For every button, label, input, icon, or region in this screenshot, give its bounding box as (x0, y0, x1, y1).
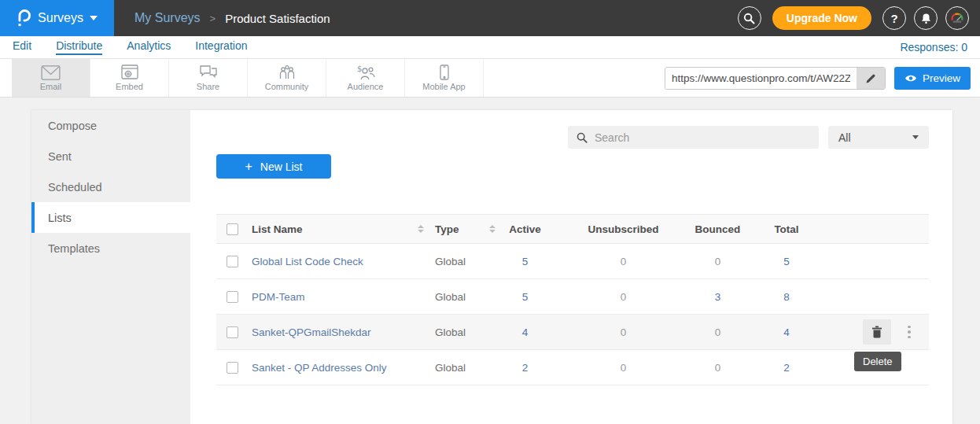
edit-url-button[interactable] (857, 68, 885, 89)
unsubscribed-count[interactable]: 0 (621, 362, 627, 374)
list-type: Global (435, 256, 466, 267)
toolbar-item-mobile-app[interactable]: Mobile App (405, 59, 484, 97)
row-checkbox[interactable] (227, 362, 238, 374)
toolbar-item-label: Email (40, 82, 62, 91)
sort-type-icon[interactable] (489, 225, 496, 233)
chat-bubbles-icon (199, 65, 218, 80)
toolbar-item-label: Mobile App (422, 82, 465, 91)
new-list-button[interactable]: + New List (216, 154, 331, 179)
people-group-icon (278, 65, 297, 80)
table-row-hovered: Sanket-QPGmailShekdar Global 4 0 0 4 (216, 315, 929, 350)
table-row: Sanket - QP Addresses Only Global 2 0 0 … (216, 350, 929, 385)
active-count-link[interactable]: 2 (522, 362, 529, 374)
list-search-box (568, 126, 819, 149)
tab-analytics[interactable]: Analytics (127, 39, 171, 55)
toolbar-item-audience[interactable]: $ Audience (326, 59, 405, 97)
unsubscribed-count[interactable]: 0 (621, 291, 627, 303)
row-checkbox[interactable] (227, 326, 238, 338)
plus-icon: + (245, 160, 252, 174)
list-type: Global (435, 362, 466, 374)
sidebar-item-sent[interactable]: Sent (31, 141, 190, 171)
bounced-count[interactable]: 0 (715, 362, 721, 374)
total-count-link[interactable]: 5 (783, 256, 790, 267)
list-name-link[interactable]: Sanket-QPGmailShekdar (252, 326, 371, 338)
tab-integration[interactable]: Integration (195, 39, 247, 55)
email-lists-table: List Name Type Active Unsubscribed Bounc… (216, 214, 929, 385)
survey-url-field (665, 67, 886, 90)
table-row: PDM-Team Global 5 0 3 8 (216, 279, 929, 315)
preview-label: Preview (923, 72, 960, 84)
tab-edit[interactable]: Edit (13, 39, 31, 55)
filter-selected-value: All (838, 131, 851, 144)
sort-list-name-icon[interactable] (418, 225, 424, 233)
bounced-count[interactable]: 0 (715, 256, 721, 267)
column-header-active: Active (496, 223, 554, 235)
list-name-link[interactable]: PDM-Team (252, 291, 305, 303)
breadcrumb-separator: > (210, 13, 216, 24)
survey-tabs: Edit Distribute Analytics Integration Re… (0, 36, 980, 59)
toolbar-item-email[interactable]: Email (12, 59, 90, 97)
product-switcher[interactable]: Surveys (0, 0, 114, 36)
list-name-link[interactable]: Global List Code Check (252, 256, 363, 267)
breadcrumb-my-surveys[interactable]: My Surveys (134, 11, 201, 25)
preview-button[interactable]: Preview (894, 67, 971, 90)
search-icon (743, 13, 755, 24)
trash-icon (871, 326, 882, 338)
row-checkbox[interactable] (227, 291, 238, 303)
active-count-link[interactable]: 4 (522, 326, 529, 338)
sidebar-item-label: Templates (48, 242, 100, 255)
list-search-input[interactable] (595, 131, 810, 144)
delete-list-button[interactable] (863, 319, 891, 345)
topbar: Surveys My Surveys > Product Satisfactio… (0, 0, 980, 36)
responses-count[interactable]: Responses: 0 (900, 41, 967, 53)
envelope-icon (41, 65, 61, 80)
lists-panel: All + New List List Name Type (190, 110, 952, 424)
sidebar-item-label: Sent (48, 150, 72, 163)
sidebar-item-templates[interactable]: Templates (31, 233, 190, 264)
active-count-link[interactable]: 5 (522, 291, 529, 303)
column-header-unsubscribed: Unsubscribed (554, 223, 692, 235)
bell-icon (920, 13, 932, 24)
upgrade-now-button[interactable]: Upgrade Now (772, 6, 871, 30)
toolbar-item-community[interactable]: Community (248, 59, 326, 97)
smartphone-icon (440, 65, 449, 80)
toolbar-item-share[interactable]: Share (169, 59, 248, 97)
sidebar-item-scheduled[interactable]: Scheduled (31, 171, 190, 202)
breadcrumb: My Surveys > Product Satisfaction (134, 11, 330, 25)
bounced-count[interactable]: 3 (715, 291, 721, 303)
sidebar-item-label: Lists (48, 212, 72, 224)
tab-distribute[interactable]: Distribute (56, 39, 102, 55)
distribute-toolbar: Email Embed Share Community $ (0, 59, 980, 98)
active-count-link[interactable]: 5 (522, 256, 529, 267)
embed-window-icon (121, 65, 138, 80)
notifications-button[interactable] (914, 6, 938, 30)
help-button[interactable]: ? (882, 6, 906, 30)
total-count-link[interactable]: 2 (783, 362, 790, 374)
toolbar-item-embed[interactable]: Embed (90, 59, 169, 97)
eye-icon (904, 74, 917, 83)
dollar-people-icon: $ (356, 65, 376, 80)
new-list-label: New List (260, 160, 303, 173)
sidebar-item-compose[interactable]: Compose (31, 110, 190, 141)
kebab-menu-icon[interactable] (904, 323, 914, 342)
unsubscribed-count[interactable]: 0 (621, 256, 627, 267)
filter-row: All (216, 126, 929, 149)
row-checkbox[interactable] (227, 256, 238, 267)
total-count-link[interactable]: 8 (783, 291, 790, 303)
sidebar-item-lists[interactable]: Lists (31, 202, 190, 233)
chevron-down-icon (90, 16, 98, 20)
survey-url-input[interactable] (665, 68, 857, 89)
sidebar-item-label: Scheduled (48, 181, 102, 194)
chevron-down-icon (912, 135, 919, 139)
account-button[interactable] (945, 6, 969, 30)
unsubscribed-count[interactable]: 0 (621, 326, 627, 338)
list-type-filter-dropdown[interactable]: All (828, 126, 929, 149)
select-all-checkbox[interactable] (227, 223, 238, 235)
svg-text:$: $ (357, 65, 362, 73)
column-header-list-name: List Name (252, 223, 303, 235)
account-gauge-icon (950, 11, 964, 25)
search-button[interactable] (738, 6, 761, 30)
bounced-count[interactable]: 0 (715, 326, 721, 338)
list-name-link[interactable]: Sanket - QP Addresses Only (252, 362, 387, 374)
total-count-link[interactable]: 4 (783, 326, 790, 338)
